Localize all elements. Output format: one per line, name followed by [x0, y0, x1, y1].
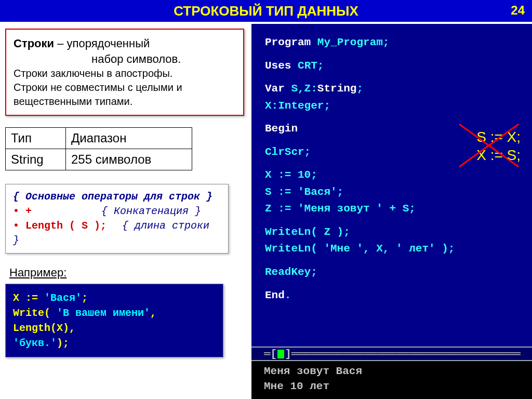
- cursor-icon: [277, 350, 284, 358]
- wrong-line2: X := S;: [476, 146, 521, 164]
- example-code-box: X := 'Вася'; Write( 'В вашем имени', Len…: [5, 284, 223, 357]
- console-status-bar: ═[]═══════════════════════════════════: [251, 347, 532, 361]
- pascal-code: Program My_Program; Uses CRT; Var S,Z:St…: [251, 24, 532, 309]
- wrong-assignments: S := X; X := S;: [476, 128, 521, 164]
- example-label: Например:: [9, 266, 244, 280]
- slide-header: СТРОКОВЫЙ ТИП ДАННЫХ 24: [0, 0, 532, 22]
- table-cell-type: String: [6, 149, 66, 170]
- code-line-program: Program My_Program;: [265, 34, 525, 51]
- definition-line1: Строки – упорядоченный: [14, 36, 236, 51]
- code-line-zconcat: Z := 'Меня зовут ' + S;: [265, 201, 525, 218]
- output-line1: Меня зовут Вася: [264, 364, 525, 379]
- example-line4: 'букв.');: [13, 336, 216, 351]
- wrong-line1: S := X;: [476, 128, 521, 146]
- code-line-uses: Uses CRT;: [265, 58, 525, 75]
- slide-title: СТРОКОВЫЙ ТИП ДАННЫХ: [174, 3, 358, 19]
- type-range-table: Тип Диапазон String 255 символов: [5, 127, 192, 170]
- code-line-var: Var S,Z:String;: [265, 81, 525, 98]
- operator-concat: • + { Конкатенация }: [13, 204, 221, 219]
- operators-box: { Основные операторы для строк } • + { К…: [5, 184, 229, 254]
- definition-note2: Строки не совместимы с целыми и веществе…: [14, 81, 236, 109]
- table-header-range: Диапазон: [66, 128, 192, 149]
- table-header-type: Тип: [6, 128, 66, 149]
- operators-title: { Основные операторы для строк }: [13, 190, 221, 204]
- right-column: Program My_Program; Uses CRT; Var S,Z:St…: [251, 24, 532, 399]
- code-line-readkey: ReadKey;: [265, 264, 525, 281]
- left-column: Строки – упорядоченный набор символов. С…: [5, 29, 244, 357]
- example-line1: X := 'Вася';: [13, 290, 216, 305]
- example-line2: Write( 'В вашем имени',: [13, 305, 216, 321]
- definition-note1: Строки заключены в апострофы.: [14, 66, 236, 81]
- code-line-writeln-z: WriteLn( Z );: [265, 224, 525, 241]
- example-line3: Length(X),: [13, 321, 216, 336]
- code-line-varx: X:Integer;: [265, 98, 525, 115]
- table-cell-range: 255 символов: [66, 149, 192, 170]
- definition-box: Строки – упорядоченный набор символов. С…: [5, 29, 244, 116]
- code-line-x10: X := 10;: [265, 167, 525, 184]
- code-line-svasya: S := 'Вася';: [265, 184, 525, 201]
- page-number: 24: [511, 3, 525, 18]
- console-output: ═[]═══════════════════════════════════ М…: [251, 347, 532, 399]
- operator-length: • Length ( S ); { длина строки }: [13, 219, 221, 248]
- code-line-end: End.: [265, 287, 525, 304]
- code-line-writeln-mne: WriteLn( 'Мне ', X, ' лет' );: [265, 241, 525, 258]
- output-line2: Мне 10 лет: [264, 379, 525, 394]
- definition-line2: набор символов.: [14, 51, 236, 67]
